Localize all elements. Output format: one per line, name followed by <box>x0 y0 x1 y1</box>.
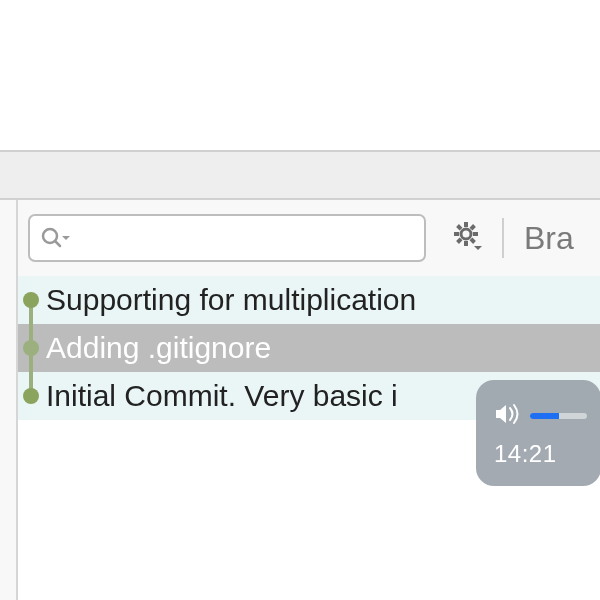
commit-message: Supporting for multiplication <box>46 283 416 317</box>
header-band <box>0 150 600 200</box>
gear-icon <box>450 220 486 256</box>
commit-message: Adding .gitignore <box>46 331 271 365</box>
svg-point-2 <box>461 229 471 239</box>
volume-fill <box>530 413 559 419</box>
app-window: Bra Supporting for multiplication Adding… <box>0 0 600 600</box>
search-input[interactable] <box>72 216 414 260</box>
search-icon <box>40 226 70 250</box>
branch-dropdown[interactable]: Bra <box>524 214 574 262</box>
commit-row-selected[interactable]: Adding .gitignore <box>18 324 600 372</box>
top-blank-area <box>0 0 600 150</box>
svg-line-1 <box>55 241 60 246</box>
toolbar-divider <box>502 218 504 258</box>
volume-slider[interactable] <box>530 413 587 419</box>
settings-button[interactable] <box>444 214 492 262</box>
commit-message: Initial Commit. Very basic i <box>46 379 398 413</box>
svg-rect-3 <box>464 222 468 227</box>
speaker-icon <box>494 402 522 430</box>
search-field-wrap[interactable] <box>28 214 426 262</box>
svg-rect-4 <box>464 241 468 246</box>
left-gutter <box>0 200 18 600</box>
svg-rect-5 <box>454 232 459 236</box>
commit-row[interactable]: Supporting for multiplication <box>18 276 600 324</box>
svg-rect-6 <box>473 232 478 236</box>
osd-time: 14:21 <box>494 440 587 468</box>
volume-osd: 14:21 <box>476 380 600 486</box>
